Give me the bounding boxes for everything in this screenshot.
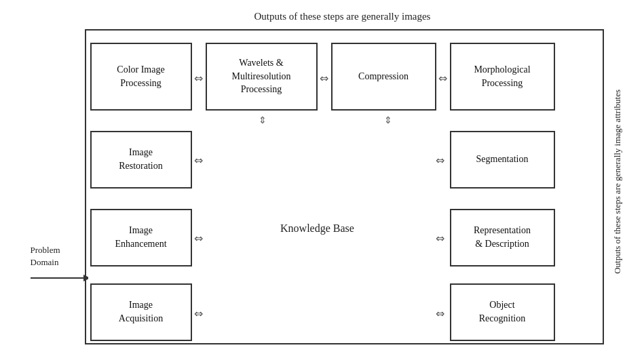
problem-domain-label: Problem Domain	[31, 244, 88, 286]
image-restoration-box: Image Restoration	[90, 131, 192, 189]
wavelets-box: Wavelets & Multiresolution Processing	[206, 43, 318, 111]
arrow-center-object: ⇔	[434, 307, 447, 321]
diagram-container: Outputs of these steps are generally ima…	[17, 5, 628, 351]
arrow-restoration-center: ⇔	[192, 154, 206, 167]
arrow-center-segmentation: ⇔	[434, 154, 447, 167]
representation-box: Representation & Description	[450, 209, 555, 266]
svg-marker-1	[83, 275, 88, 281]
right-label: Outputs of these steps are generally ima…	[609, 87, 628, 277]
color-image-processing-box: Color Image Processing	[90, 43, 192, 111]
object-recognition-box: Object Recognition	[450, 283, 555, 341]
compression-box: Compression	[331, 43, 436, 111]
image-acquisition-box: Image Acquisition	[90, 283, 192, 341]
arrow-wavelets-down: ⇕	[254, 111, 271, 131]
top-label: Outputs of these steps are generally ima…	[98, 11, 587, 22]
problem-domain-arrow	[31, 272, 88, 284]
arrow-center-representation: ⇔	[434, 232, 447, 245]
arrow-acquisition-center: ⇔	[192, 307, 206, 321]
knowledge-base-label: Knowledge Base	[206, 222, 430, 235]
arrow-compression-morphological: ⇔	[436, 72, 450, 85]
arrow-color-wavelets: ⇔	[192, 72, 206, 85]
arrow-compression-down: ⇕	[380, 111, 396, 131]
segmentation-box: Segmentation	[450, 131, 555, 189]
problem-domain-text: Problem Domain	[31, 244, 88, 269]
morphological-processing-box: Morphological Processing	[450, 43, 555, 111]
arrow-enhancement-center: ⇔	[192, 232, 206, 245]
arrow-wavelets-compression: ⇔	[318, 72, 331, 85]
image-enhancement-box: Image Enhancement	[90, 209, 192, 266]
